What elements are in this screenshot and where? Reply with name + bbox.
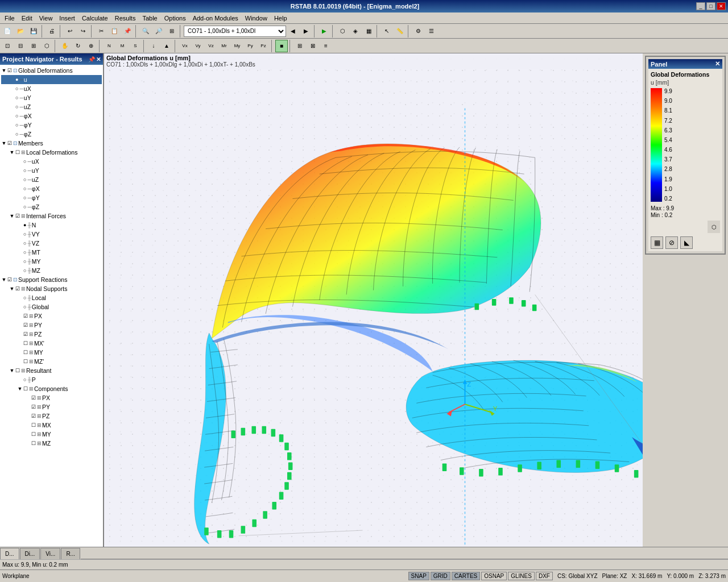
panel-icon-settings[interactable]: ◣	[680, 236, 693, 249]
snap-btn-cartes[interactable]: CARTES	[452, 572, 480, 580]
tb2-surface[interactable]: S	[129, 40, 142, 52]
tb2-pan[interactable]: ✋	[59, 40, 71, 52]
tree-item-Vy[interactable]: ▶○╫VY	[1, 230, 102, 239]
tb2-rotate[interactable]: ↻	[72, 40, 84, 52]
tree-item-P[interactable]: ▶○╫P	[1, 375, 102, 384]
tb-render[interactable]: ◈	[349, 25, 362, 38]
bottom-tab-d2[interactable]: Di...	[20, 548, 40, 559]
tb2-zoom-region[interactable]: ⊕	[85, 40, 97, 52]
maximize-btn[interactable]: □	[706, 2, 715, 10]
tb-zoom-fit[interactable]: ⊞	[166, 25, 178, 38]
tb-open[interactable]: 📂	[14, 25, 27, 38]
tree-item-uy[interactable]: ▶○─uY	[1, 93, 102, 102]
tree-item-Mz[interactable]: ▶○╫MZ	[1, 266, 102, 275]
tree-item-cPx[interactable]: ▶☑⊞PX	[1, 393, 102, 402]
tb-more2[interactable]: ☰	[425, 25, 437, 38]
tree-item-Mx[interactable]: ▶☐⊞MX'	[1, 339, 102, 348]
tree-item-internal-forces[interactable]: ▼☑⊞Internal Forces	[1, 211, 102, 221]
tb-cut[interactable]: ✂	[95, 25, 107, 38]
tree-item-resultant[interactable]: ▼☐⊞Resultant	[1, 366, 102, 375]
tree-item-My2[interactable]: ▶☐⊞MY	[1, 348, 102, 357]
tb2-vz[interactable]: Vz	[205, 40, 217, 52]
tb2-view-iso[interactable]: ⬡	[40, 40, 53, 52]
tb2-result-view[interactable]: ■	[275, 40, 288, 52]
tb-zoom-in[interactable]: 🔍	[139, 25, 152, 38]
panel-icon-table[interactable]: ▦	[651, 236, 663, 249]
tb2-my[interactable]: My	[231, 40, 243, 52]
tb2-member[interactable]: M	[116, 40, 129, 52]
tree-toggle-support-reactions[interactable]: ▼	[1, 277, 7, 282]
minimize-btn[interactable]: _	[696, 2, 705, 10]
tb-measure[interactable]: 📏	[394, 25, 406, 38]
bottom-tab-vi[interactable]: Vi...	[40, 548, 60, 559]
tree-toggle-members[interactable]: ▼	[1, 140, 7, 146]
tree-item-phiy[interactable]: ▶○─φY	[1, 120, 102, 130]
tree-item-cPy[interactable]: ▶☑⊞PY	[1, 402, 102, 411]
tb2-loads[interactable]: ↓	[147, 40, 160, 52]
tree-item-phix[interactable]: ▶○─φX	[1, 111, 102, 120]
tb-copy[interactable]: 📋	[108, 25, 121, 38]
tree-item-global-def[interactable]: ▼☑⊡Global Deformations	[1, 66, 102, 75]
tree-item-lphiy[interactable]: ▶○─φY	[1, 193, 102, 202]
tb2-mr[interactable]: Mr	[218, 40, 230, 52]
tb2-extra2[interactable]: ⊠	[307, 40, 319, 52]
tb2-supports[interactable]: ▲	[160, 40, 173, 52]
tree-toggle-components[interactable]: ▼	[17, 386, 23, 392]
tree-item-phiz[interactable]: ▶○─φZ	[1, 130, 102, 139]
tb-wire[interactable]: ▦	[362, 25, 375, 38]
tree-item-cMx[interactable]: ▶☐⊞MX	[1, 421, 102, 430]
tree-item-nodal-supports[interactable]: ▼☑⊞Nodal Supports	[1, 284, 102, 293]
tb-print[interactable]: 🖨	[46, 25, 58, 38]
close-btn[interactable]: ✕	[717, 2, 726, 10]
panel-close-btn[interactable]: ✕	[715, 60, 720, 68]
menu-file[interactable]: File	[1, 14, 18, 23]
tree-item-MT[interactable]: ▶○╫MT	[1, 248, 102, 257]
menu-help[interactable]: Help	[271, 14, 291, 23]
tb-redo[interactable]: ↪	[77, 25, 89, 38]
tb-prev[interactable]: ◀	[287, 25, 299, 38]
tb-run[interactable]: ▶	[318, 25, 330, 38]
menu-insert[interactable]: Insert	[56, 14, 78, 23]
tree-toggle-global-def[interactable]: ▼	[1, 68, 7, 73]
panel-close-header-btn[interactable]: ✕	[96, 56, 101, 63]
menu-table[interactable]: Table	[139, 14, 160, 23]
tb2-view-side[interactable]: ⊞	[27, 40, 40, 52]
menu-results[interactable]: Results	[111, 14, 139, 23]
tb2-py[interactable]: Py	[244, 40, 257, 52]
menu-options[interactable]: Options	[161, 14, 189, 23]
window-controls[interactable]: _ □ ✕	[696, 2, 726, 10]
tree-item-global[interactable]: ▶○╫Global	[1, 302, 102, 311]
viewport[interactable]: Global Deformations u [mm] CO71 : 1,00xD…	[104, 53, 643, 547]
bottom-tab-r[interactable]: R...	[61, 548, 80, 559]
tb-select[interactable]: ↖	[380, 25, 393, 38]
tb-more1[interactable]: ⚙	[412, 25, 424, 38]
tb-zoom-out[interactable]: 🔎	[152, 25, 165, 38]
tree-item-cMz[interactable]: ▶☐⊞MZ	[1, 439, 102, 448]
tb2-extra1[interactable]: ⊞	[293, 40, 306, 52]
tree-item-Vz[interactable]: ▶○╫VZ	[1, 239, 102, 248]
tb-save[interactable]: 💾	[27, 25, 40, 38]
tree-item-ux[interactable]: ▶○─uX	[1, 84, 102, 93]
tree-item-uz[interactable]: ▶○─uZ	[1, 102, 102, 111]
tb2-node[interactable]: N	[103, 40, 115, 52]
tb2-view-front[interactable]: ⊟	[14, 40, 27, 52]
tree-item-My[interactable]: ▶○╫MY	[1, 257, 102, 266]
tb2-extra3[interactable]: ≡	[320, 40, 332, 52]
tree-item-Py[interactable]: ▶☑⊞PY	[1, 321, 102, 330]
snap-btn-dxf[interactable]: DXF	[536, 572, 553, 580]
tree-item-lphix[interactable]: ▶○─φX	[1, 184, 102, 193]
tree-item-local[interactable]: ▶○╫Local	[1, 293, 102, 302]
tree-item-Mz2[interactable]: ▶☐⊞MZ'	[1, 357, 102, 366]
tb-undo[interactable]: ↩	[64, 25, 76, 38]
panel-icon-chart[interactable]: ⊘	[665, 236, 678, 249]
tree-item-members[interactable]: ▼☑⊡Members	[1, 139, 102, 148]
tree-container[interactable]: ▼☑⊡Global Deformations▶●─u▶○─uX▶○─uY▶○─u…	[0, 65, 103, 547]
menu-window[interactable]: Window	[242, 14, 271, 23]
tree-item-lphiz[interactable]: ▶○─φZ	[1, 202, 102, 211]
tree-toggle-nodal-supports[interactable]: ▼	[9, 286, 15, 292]
snap-btn-glines[interactable]: GLINES	[508, 572, 535, 580]
tree-item-luz[interactable]: ▶○─uZ	[1, 175, 102, 184]
tb2-vx[interactable]: Vx	[179, 40, 191, 52]
tb2-vy[interactable]: Vy	[192, 40, 204, 52]
tb-new[interactable]: 📄	[1, 25, 14, 38]
